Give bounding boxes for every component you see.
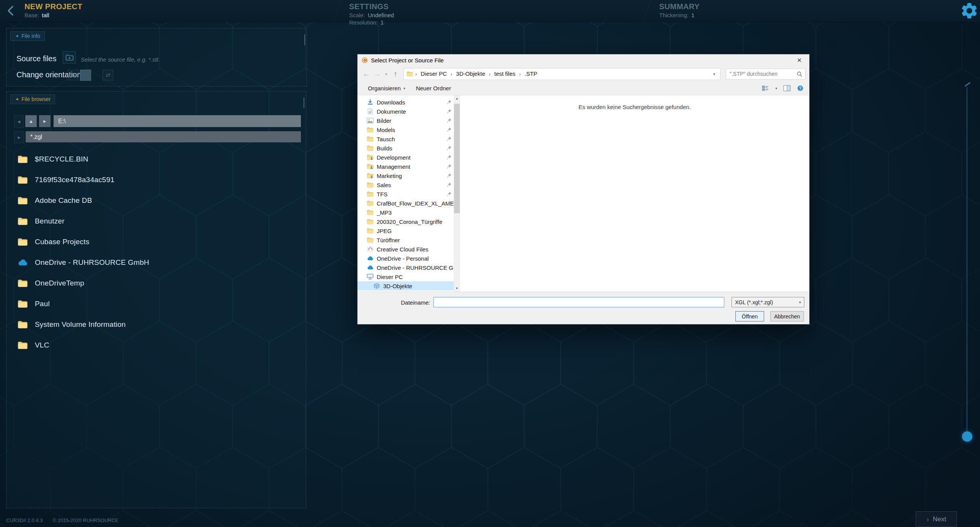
folder-icon (367, 182, 374, 188)
app-root: NEW PROJECT Base:tall SETTINGS Scale:Und… (0, 0, 980, 527)
orientation-active-button[interactable] (80, 70, 91, 81)
browser-path-field[interactable]: E:\ (54, 115, 301, 127)
next-button[interactable]: › Next (916, 511, 957, 527)
zoom-slider-track[interactable] (967, 87, 967, 436)
filter-apply-button[interactable]: ► (14, 131, 24, 143)
folder-row[interactable]: Adobe Cache DB (14, 190, 301, 211)
folder-row[interactable]: OneDrive - RUHRSOURCE GmbH (14, 252, 301, 273)
nav-up-icon[interactable]: ↑ (391, 70, 400, 78)
sidebar-item-label: _MP3 (377, 209, 392, 216)
step-new-project[interactable]: NEW PROJECT Base:tall (24, 2, 82, 18)
folder-name: $RECYCLE.BIN (35, 155, 88, 163)
cloud-icon (367, 264, 374, 271)
preview-pane-icon[interactable] (783, 85, 791, 91)
sidebar-item-management[interactable]: Management (358, 162, 454, 171)
browser-up-button[interactable]: ▲ (25, 115, 37, 127)
chevron-down-icon[interactable]: ▾ (775, 86, 777, 90)
folder-icon (17, 217, 28, 225)
browser-forward-button[interactable]: ► (39, 115, 51, 127)
sidebar-item-downloads[interactable]: Downloads (358, 98, 454, 107)
folder-name: VLC (35, 341, 49, 349)
folder-row[interactable]: Cubase Projects (14, 232, 301, 252)
pin-icon (447, 145, 452, 150)
open-button[interactable]: Öffnen (735, 311, 764, 321)
rotate-y-button[interactable]: ⇅ (68, 70, 78, 80)
step-summary[interactable]: SUMMARY Thickening:1 (659, 2, 699, 18)
search-input[interactable] (729, 70, 797, 77)
status-bar: CUR3D# 2.0.4.3 © 2015-2020 RUHRSOURCE (6, 517, 119, 523)
sidebar-item-dokumente[interactable]: Dokumente (358, 107, 454, 116)
change-view-icon[interactable] (762, 85, 769, 91)
step-settings[interactable]: SETTINGS Scale:Undefined Resolution:1 (349, 2, 394, 26)
organize-menu[interactable]: Organisieren ▾ (368, 85, 405, 91)
address-dropdown-icon[interactable]: ▾ (710, 72, 719, 76)
sidebar-item-tfs[interactable]: TFS (358, 189, 454, 199)
scrollbar-thumb[interactable] (454, 104, 460, 213)
search-icon[interactable] (797, 71, 802, 77)
folder-name: Adobe Cache DB (35, 196, 92, 205)
nav-forward-icon[interactable]: → (372, 70, 382, 78)
sidebar-item-label: Sales (377, 182, 391, 188)
folder-user-icon (367, 154, 374, 160)
step-title: NEW PROJECT (24, 2, 82, 11)
empty-results-message: Es wurden keine Suchergebnisse gefunden. (460, 104, 809, 110)
select-source-button[interactable] (63, 51, 76, 64)
sidebar-item-jpeg[interactable]: JPEG (358, 226, 454, 235)
pin-icon (447, 109, 452, 114)
panel-resize-handle[interactable] (304, 34, 305, 45)
new-folder-button[interactable]: Neuer Ordner (416, 85, 451, 91)
cancel-button[interactable]: Abbrechen (770, 311, 804, 321)
dialog-titlebar[interactable]: Select Project or Source File × (358, 54, 809, 66)
sidebar-item-development[interactable]: Development (358, 153, 454, 162)
folder-row[interactable]: System Volume Information (14, 314, 301, 335)
sidebar-item-marketing[interactable]: Marketing (358, 171, 454, 180)
breadcrumb-segment[interactable]: Dieser PC (419, 70, 448, 77)
file-type-select[interactable]: XGL (*.xgl;*.zgl) ▾ (732, 297, 804, 307)
sidebar-item-3d-objekte[interactable]: 3D-Objekte (358, 281, 454, 290)
scroll-down-icon[interactable]: ▼ (454, 285, 460, 292)
folder-row[interactable]: VLC (14, 335, 301, 356)
sidebar-item-builds[interactable]: Builds (358, 144, 454, 153)
folder-row[interactable]: Paul (14, 294, 301, 314)
sidebar-item-creative-cloud-files[interactable]: Creative Cloud Files (358, 245, 454, 254)
sidebar-item-bilder[interactable]: Bilder (358, 116, 454, 125)
browser-back-button[interactable]: ◄ (14, 115, 24, 128)
sidebar-item-onedrive-ruhrsource-gmbh[interactable]: OneDrive - RUHRSOURCE GmbH (358, 263, 454, 272)
sidebar-item-models[interactable]: Models (358, 125, 454, 134)
help-icon[interactable] (797, 85, 804, 91)
nav-history-dropdown-icon[interactable]: ▾ (384, 72, 389, 76)
file-info-toggle[interactable]: ◄ File info (10, 31, 45, 41)
sidebar-item-200320-corona-t-rgriffe[interactable]: 200320_Corona_Türgriffe (358, 217, 454, 226)
filename-input[interactable] (433, 297, 724, 307)
rotate-z-button[interactable]: ⇄ (103, 70, 113, 80)
sidebar-item--mp3[interactable]: _MP3 (358, 208, 454, 217)
sidebar-item-onedrive-personal[interactable]: OneDrive - Personal (358, 254, 454, 263)
settings-gear-icon[interactable] (960, 1, 979, 20)
sidebar-item-dieser-pc[interactable]: Dieser PC (358, 272, 454, 281)
search-box (726, 69, 805, 80)
breadcrumb-segment[interactable]: 3D-Objekte (454, 70, 487, 77)
nav-back-icon[interactable]: ← (361, 70, 371, 78)
back-button[interactable] (5, 5, 17, 17)
panel-resize-handle[interactable] (304, 98, 304, 108)
folder-row[interactable]: Benutzer (14, 211, 301, 232)
pin-icon (447, 173, 452, 178)
folder-row[interactable]: OneDriveTemp (14, 273, 301, 294)
sidebar-scrollbar[interactable]: ▲ ▼ (454, 95, 460, 292)
filter-field[interactable]: *.zgl (26, 131, 301, 142)
breadcrumb-segment[interactable]: .STP (523, 70, 539, 77)
folder-row[interactable]: $RECYCLE.BIN (14, 149, 301, 170)
zoom-slider-handle[interactable] (962, 431, 972, 442)
sidebar-item-crafbot-flow-idex-xl-ame[interactable]: CrafBot_Flow_IDEX_XL_AME (358, 199, 454, 208)
scroll-up-icon[interactable]: ▲ (454, 95, 460, 102)
address-bar[interactable]: ›Dieser PC›3D-Objekte›test files›.STP ▾ (403, 68, 720, 80)
close-button[interactable]: × (789, 54, 809, 66)
sidebar-item-t-r-ffner[interactable]: Türöffner (358, 235, 454, 245)
folder-name: Paul (35, 300, 50, 308)
file-list-pane[interactable]: Es wurden keine Suchergebnisse gefunden. (460, 95, 809, 292)
sidebar-item-tausch[interactable]: Tausch (358, 134, 454, 144)
sidebar-item-sales[interactable]: Sales (358, 180, 454, 189)
breadcrumb-segment[interactable]: test files (493, 70, 517, 77)
file-browser-toggle[interactable]: ◄ File browser (10, 95, 55, 104)
folder-row[interactable]: 7169f53ce478a34ac591 (14, 170, 301, 190)
